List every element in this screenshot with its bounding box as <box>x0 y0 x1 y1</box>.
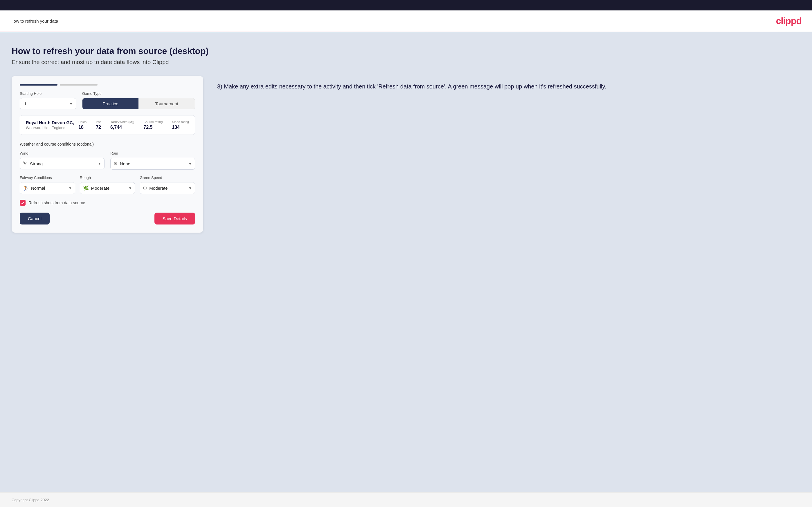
refresh-checkbox[interactable] <box>20 200 26 206</box>
main-content: How to refresh your data from source (de… <box>0 32 812 492</box>
par-label: Par <box>96 120 101 123</box>
rain-icon: ☀ <box>113 161 117 167</box>
course-location: Westward Ho!, England <box>26 126 74 130</box>
starting-hole-select[interactable]: 1 <box>20 98 77 109</box>
header-title: How to refresh your data <box>10 18 58 23</box>
fairway-group: Fairway Conditions 🏌 Normal ▼ <box>20 175 75 194</box>
logo: clippd <box>776 16 802 26</box>
checkmark-icon <box>21 201 25 205</box>
wind-label: Wind <box>20 151 104 156</box>
refresh-label: Refresh shots from data source <box>29 201 85 205</box>
rough-group: Rough 🌿 Moderate ▼ <box>80 175 135 194</box>
right-panel: 3) Make any extra edits necessary to the… <box>217 76 800 91</box>
green-speed-value: Moderate <box>149 186 184 190</box>
course-name-block: Royal North Devon GC, Westward Ho!, Engl… <box>26 120 74 130</box>
tournament-button[interactable]: Tournament <box>139 98 195 109</box>
yards-label: Yards/White (M)) <box>110 120 134 123</box>
rough-label: Rough <box>80 175 135 180</box>
footer: Copyright Clippd 2022 <box>0 492 812 507</box>
fairway-value: Normal <box>31 186 64 190</box>
copyright-text: Copyright Clippd 2022 <box>12 498 49 502</box>
card-tab-2 <box>60 84 98 86</box>
wind-dropdown[interactable]: 🌬 Strong ▼ <box>20 158 104 169</box>
yards-value: 6,744 <box>110 125 122 130</box>
game-type-toggle: Practice Tournament <box>82 98 195 109</box>
course-stats: Holes 18 Par 72 Yards/White (M)) 6,744 <box>79 120 189 130</box>
course-name: Royal North Devon GC, <box>26 120 74 125</box>
content-row: Starting Hole 1 ▼ Game Type Practice Tou… <box>12 76 800 233</box>
course-info-header: Royal North Devon GC, Westward Ho!, Engl… <box>26 120 189 130</box>
course-rating-stat: Course rating 72.5 <box>143 120 163 130</box>
fairway-label: Fairway Conditions <box>20 175 75 180</box>
game-type-label: Game Type <box>82 91 195 96</box>
yards-stat: Yards/White (M)) 6,744 <box>110 120 134 130</box>
page-subheading: Ensure the correct and most up to date d… <box>12 59 800 65</box>
slope-rating-stat: Slope rating 134 <box>172 120 189 130</box>
course-rating-value: 72.5 <box>143 125 152 130</box>
wind-value: Strong <box>30 161 94 166</box>
wind-rain-row: Wind 🌬 Strong ▼ Rain ☀ None ▼ <box>20 151 195 170</box>
header: How to refresh your data clippd <box>0 10 812 32</box>
conditions-row: Fairway Conditions 🏌 Normal ▼ Rough 🌿 Mo… <box>20 175 195 194</box>
green-speed-label: Green Speed <box>140 175 195 180</box>
practice-button[interactable]: Practice <box>83 98 139 109</box>
wind-chevron-icon: ▼ <box>98 162 101 166</box>
rain-label: Rain <box>110 151 195 156</box>
par-stat: Par 72 <box>96 120 101 130</box>
rough-value: Moderate <box>91 186 124 190</box>
course-rating-label: Course rating <box>143 120 163 123</box>
rough-icon: 🌿 <box>83 185 89 191</box>
starting-hole-group: Starting Hole 1 ▼ <box>20 91 77 109</box>
top-bar <box>0 0 812 10</box>
cancel-button[interactable]: Cancel <box>20 213 50 225</box>
holes-value: 18 <box>79 125 84 130</box>
slope-rating-value: 134 <box>172 125 180 130</box>
fairway-chevron-icon: ▼ <box>68 186 72 190</box>
green-speed-icon: ⚙ <box>143 185 147 191</box>
green-speed-dropdown[interactable]: ⚙ Moderate ▼ <box>140 182 195 194</box>
rough-dropdown[interactable]: 🌿 Moderate ▼ <box>80 182 135 194</box>
par-value: 72 <box>96 125 101 130</box>
form-card: Starting Hole 1 ▼ Game Type Practice Tou… <box>12 76 203 233</box>
holes-label: Holes <box>79 120 87 123</box>
rain-group: Rain ☀ None ▼ <box>110 151 195 170</box>
wind-group: Wind 🌬 Strong ▼ <box>20 151 104 170</box>
green-speed-chevron-icon: ▼ <box>189 186 192 190</box>
starting-hole-label: Starting Hole <box>20 91 77 96</box>
rain-value: None <box>120 161 184 166</box>
rough-chevron-icon: ▼ <box>128 186 132 190</box>
hole-gametype-row: Starting Hole 1 ▼ Game Type Practice Tou… <box>20 91 195 109</box>
instruction-text: 3) Make any extra edits necessary to the… <box>217 82 800 91</box>
fairway-icon: 🏌 <box>23 185 29 191</box>
holes-stat: Holes 18 <box>79 120 87 130</box>
card-tab-1 <box>20 84 57 86</box>
green-speed-group: Green Speed ⚙ Moderate ▼ <box>140 175 195 194</box>
slope-rating-label: Slope rating <box>172 120 189 123</box>
card-tabs <box>20 84 195 86</box>
refresh-checkbox-row: Refresh shots from data source <box>20 200 195 206</box>
course-info-box: Royal North Devon GC, Westward Ho!, Engl… <box>20 115 195 135</box>
starting-hole-select-wrapper: 1 ▼ <box>20 98 77 109</box>
button-row: Cancel Save Details <box>20 213 195 225</box>
game-type-group: Game Type Practice Tournament <box>82 91 195 109</box>
rain-chevron-icon: ▼ <box>189 162 192 166</box>
wind-icon: 🌬 <box>23 161 28 166</box>
weather-heading: Weather and course conditions (optional) <box>20 142 195 147</box>
page-heading: How to refresh your data from source (de… <box>12 46 800 56</box>
rain-dropdown[interactable]: ☀ None ▼ <box>110 158 195 170</box>
fairway-dropdown[interactable]: 🏌 Normal ▼ <box>20 182 75 194</box>
save-details-button[interactable]: Save Details <box>154 213 195 225</box>
